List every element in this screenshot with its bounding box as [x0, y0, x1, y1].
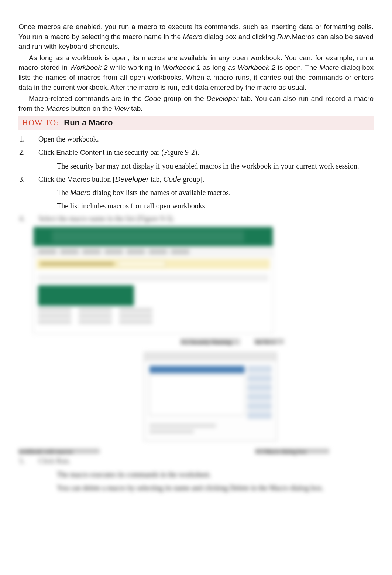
step-2-sub-1: The security bar may not display if you … — [38, 160, 374, 171]
step-2-sublist: The security bar may not display if you … — [38, 160, 374, 171]
text: is open. The — [275, 64, 319, 71]
text: button [ — [90, 175, 115, 183]
howto-label: HOW TO: — [22, 118, 59, 127]
bullet-icon — [38, 482, 57, 493]
figure-9-2: 9-2 Security Warning bar for a — [33, 227, 299, 345]
text: group on the — [161, 95, 206, 102]
create-button[interactable] — [248, 394, 271, 400]
excel-window — [33, 227, 273, 334]
cell — [119, 320, 152, 324]
text: tab, — [149, 175, 163, 183]
sheet-columns — [38, 308, 268, 326]
text: dialog box and clicking — [202, 33, 277, 41]
run-term: Run. — [56, 457, 70, 465]
excel-body — [34, 271, 273, 333]
macro-listbox[interactable] — [149, 375, 245, 415]
step-into-button[interactable] — [248, 375, 271, 382]
ribbon-item — [127, 249, 145, 254]
macro-term: Macro — [319, 64, 339, 71]
step-2: 2. Click Enable Content in the security … — [18, 147, 374, 158]
ribbon-item — [171, 249, 189, 254]
step-5-sublist: The macro executes its commands in the w… — [38, 469, 374, 493]
sheet-column — [38, 308, 71, 326]
dialog-left-panel — [149, 366, 245, 419]
sheet-column — [79, 308, 112, 326]
ribbon-item — [149, 249, 167, 254]
cell — [119, 314, 152, 318]
step-5-sub-2: You can delete a macro by selecting its … — [38, 482, 374, 493]
sub-text: The Macro dialog box lists the names of … — [57, 187, 374, 198]
text: dialog box lists the names of available … — [91, 188, 231, 197]
howto-title: Run a Macro — [64, 118, 113, 127]
step-4: 4. Select the macro name in the list (Fi… — [18, 214, 374, 223]
enable-content-button[interactable] — [118, 261, 166, 267]
caption-right: 9-3 Macro dialog box — [255, 449, 329, 454]
enable-content-term: Enable Content — [56, 149, 104, 156]
sheet-column — [119, 308, 152, 326]
code-term: Code — [163, 175, 181, 183]
text: The — [57, 188, 70, 197]
text: in the security bar (Figure 9-2). — [104, 148, 199, 156]
step-text: Open the workbook. — [38, 133, 374, 144]
step-number: 5. — [18, 457, 38, 465]
text: while working in — [108, 64, 163, 71]
delete-term: Delete — [230, 484, 249, 492]
cell — [79, 314, 112, 318]
blurred-content-region: 4. Select the macro name in the list (Fi… — [18, 214, 374, 493]
step-5-sub-1: The macro executes its commands in the w… — [38, 469, 374, 480]
excel-ribbon — [34, 246, 273, 257]
text: Click — [38, 457, 56, 465]
cell — [38, 308, 71, 312]
caption-row: workbook with macros 9-3 Macro dialog bo… — [18, 449, 374, 454]
edit-button[interactable] — [248, 384, 271, 391]
dialog-button-column — [248, 366, 271, 419]
text: dialog box. — [290, 484, 324, 492]
text: group]. — [181, 175, 204, 183]
options-button[interactable] — [248, 412, 271, 419]
run-button[interactable] — [248, 366, 271, 372]
cell — [79, 308, 112, 312]
cell — [38, 314, 71, 318]
step-3-sub-1: The Macro dialog box lists the names of … — [38, 187, 374, 198]
text: button on the — [69, 105, 114, 112]
bottom-caption-area: workbook with macros 9-3 Macro dialog bo… — [18, 449, 374, 493]
workbook1-term: Workbook 1 — [162, 64, 200, 71]
step-number: 1. — [18, 133, 38, 144]
step-5: 5. Click Run. — [18, 457, 374, 465]
sub-text: The macro executes its commands in the w… — [57, 469, 374, 480]
figure-caption-text: bar for a — [255, 339, 284, 344]
developer-term: Developer — [115, 175, 149, 183]
excel-titlebar — [34, 227, 273, 246]
step-text: Click Run. — [38, 457, 374, 465]
text: You can delete a macro by selecting its … — [57, 484, 230, 492]
view-term: View — [114, 105, 129, 112]
sub-text: The list includes macros from all open w… — [57, 200, 374, 211]
macros-term: Macros — [67, 176, 90, 183]
bullet-icon — [38, 187, 57, 198]
caption-left: workbook with macros — [18, 449, 100, 454]
macro-name-input[interactable] — [149, 366, 245, 373]
bullet-icon — [38, 160, 57, 171]
step-text: Click the Macros button [Developer tab, … — [38, 174, 374, 185]
intro-paragraph-2: As long as a workbook is open, its macro… — [18, 53, 374, 92]
security-warning-bar — [37, 259, 270, 269]
bullet-icon — [38, 469, 57, 480]
bullet-icon — [38, 200, 57, 211]
delete-button[interactable] — [248, 403, 271, 409]
text: Click the — [38, 175, 67, 183]
text: as long as — [200, 64, 238, 71]
security-warning-text — [40, 262, 114, 266]
macro-term: Macro — [269, 484, 289, 492]
code-term: Code — [144, 95, 161, 102]
sheet-header — [38, 285, 134, 306]
step-3-sub-2: The list includes macros from all open w… — [38, 200, 374, 211]
step-text: Click Enable Content in the security bar… — [38, 147, 374, 158]
macro-term: Macro — [183, 33, 202, 41]
workbook2-term: Workbook 2 — [70, 64, 107, 71]
cell — [79, 320, 112, 324]
step-number: 3. — [18, 174, 38, 185]
intro-paragraph-1: Once macros are enabled, you run a macro… — [18, 22, 374, 52]
footer-text — [149, 430, 194, 433]
sub-text: You can delete a macro by selecting its … — [57, 482, 374, 493]
figure-caption-row: 9-2 Security Warning bar for a — [33, 339, 299, 345]
